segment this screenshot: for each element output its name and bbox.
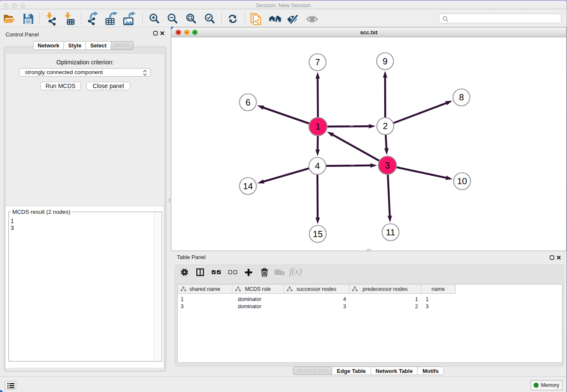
svg-text:7: 7 xyxy=(315,58,320,67)
svg-text:1: 1 xyxy=(316,122,321,132)
svg-text:4: 4 xyxy=(315,161,320,171)
svg-text:11: 11 xyxy=(386,228,395,237)
svg-text:15: 15 xyxy=(313,229,322,239)
svg-text:8: 8 xyxy=(459,93,464,102)
svg-text:10: 10 xyxy=(457,177,467,186)
svg-text:3: 3 xyxy=(385,161,390,171)
svg-text:2: 2 xyxy=(383,121,388,131)
svg-text:6: 6 xyxy=(245,98,250,108)
svg-text:14: 14 xyxy=(243,182,253,191)
svg-text:9: 9 xyxy=(383,57,388,66)
